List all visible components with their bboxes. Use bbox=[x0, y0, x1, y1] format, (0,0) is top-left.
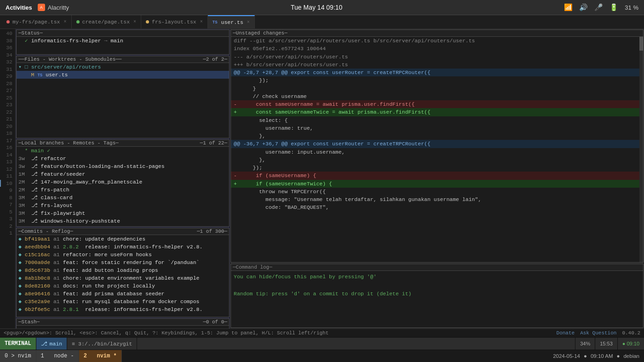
clock-segment: ● 09:10 bbox=[617, 338, 644, 350]
workspace-0[interactable]: 0 > nvim bbox=[0, 350, 36, 362]
diff-panel: ─Unstaged changes─ diff --git a/src/serv… bbox=[230, 29, 644, 263]
tab-bar: my-frs/page.tsx × create/page.tsx × frs-… bbox=[0, 15, 644, 29]
commit-5[interactable]: ◆ 8d5c673b a1 feat: add button loading p… bbox=[17, 266, 229, 274]
commit-6[interactable]: ◆ 8ab1b0c8 a1 chore: update environment … bbox=[17, 274, 229, 282]
files-panel-content: ▾ □ src/server/api/routers M TS user.ts bbox=[17, 63, 229, 138]
command-log-line-1: You can hide/focus this panel by pressin… bbox=[234, 273, 640, 281]
branch-feature-button[interactable]: 3w ⎇ feature/button-loading-and-static-p… bbox=[17, 162, 229, 170]
diff-line-12: username: true, bbox=[231, 124, 639, 132]
file-row-user-ts[interactable]: M TS user.ts bbox=[17, 71, 229, 79]
terminal-label: TERMINAL bbox=[5, 340, 31, 347]
branch-class-card[interactable]: 3M ⎇ class-card bbox=[17, 194, 229, 201]
ln-1: 1 bbox=[0, 230, 15, 237]
tab-close-3[interactable]: × bbox=[200, 19, 203, 24]
bottom-hint-text: <pgup>/<pgdown>: Scroll, <esc>: Cancel, … bbox=[4, 330, 328, 336]
workspace-1[interactable]: 1 node - bbox=[36, 350, 79, 362]
tmux-status-bar: TERMINAL ⎇ main ≡ 3:/../bin/lazygit 34% … bbox=[0, 337, 644, 350]
branches-header-label: ─Local branches - Remotes - Tags─ bbox=[18, 140, 119, 146]
ln-21: 21 bbox=[0, 115, 15, 123]
command-log-header: ─Command log─ bbox=[231, 264, 643, 271]
commits-panel-content[interactable]: ◆ bf419aa1 a1 chore: update dependencies… bbox=[17, 235, 229, 317]
battery-level: 31 % bbox=[625, 4, 638, 11]
branch-frs-layout[interactable]: 3M ⎇ frs-layout bbox=[17, 201, 229, 209]
ask-question-link[interactable]: Ask Question bbox=[580, 330, 616, 336]
diff-line-14: @@ -36,7 +36,7 @@ export const userRoute… bbox=[231, 140, 639, 148]
tab-my-frs-page[interactable]: my-frs/page.tsx × bbox=[2, 15, 72, 29]
diff-line-1: diff --git a/src/server/api/routers/user… bbox=[231, 37, 639, 45]
ln-23: 23 bbox=[0, 101, 15, 109]
diff-content[interactable]: diff --git a/src/server/api/routers/user… bbox=[231, 37, 639, 262]
branches-panel: ─Local branches - Remotes - Tags─ ─1 of … bbox=[16, 139, 230, 227]
diff-line-13: }, bbox=[231, 132, 639, 140]
status-time: 15:53 bbox=[600, 341, 613, 346]
right-panel: ─Unstaged changes─ diff --git a/src/serv… bbox=[230, 29, 644, 328]
commit-3[interactable]: ◆ c15c16ac a1 refactor: more useForm hoo… bbox=[17, 251, 229, 259]
main-layout: 40 38 36 34 32 31 29 28 27 25 23 22 21 2… bbox=[0, 29, 644, 328]
command-log-content: You can hide/focus this panel by pressin… bbox=[231, 271, 643, 300]
terminal-segment: TERMINAL bbox=[0, 338, 36, 350]
ln-18: 18 bbox=[0, 130, 15, 137]
commits-counter: ─1 of 300─ bbox=[197, 229, 227, 234]
commit-7[interactable]: ◆ 8de82160 a1 docs: run the project loca… bbox=[17, 282, 229, 290]
tab-user-ts[interactable]: TS user.ts × bbox=[208, 15, 255, 29]
diff-line-6: }); bbox=[231, 76, 639, 84]
lazygit-cmd: ≡ 3:/../bin/lazygit bbox=[72, 341, 132, 347]
ln-22: 22 bbox=[0, 109, 15, 116]
branch-refactor[interactable]: 3w ⎇ refactor bbox=[17, 155, 229, 162]
stash-header-label: ─Stash─ bbox=[18, 319, 40, 325]
percent-segment: 34% bbox=[575, 338, 595, 350]
ws1-label: 1 node - bbox=[41, 353, 74, 359]
ln-13: 13 bbox=[0, 158, 15, 166]
branch-147[interactable]: 2M ⎇ 147-moving_away_from_planetscale bbox=[17, 178, 229, 186]
tab-close-4[interactable]: × bbox=[247, 20, 250, 25]
tab-close-1[interactable]: × bbox=[64, 19, 67, 24]
ln-16: 16 bbox=[0, 144, 15, 151]
files-panel-header: ──Files - Worktrees - Submodules── ─2 of… bbox=[17, 56, 229, 63]
tab-frs-layout[interactable]: frs-layout.tsx × bbox=[141, 15, 208, 29]
commit-8[interactable]: ◆ a8e96416 a1 feat: add prisma database … bbox=[17, 290, 229, 298]
ws2-label: 2 nvim * bbox=[84, 353, 117, 359]
commits-panel: ─Commits - Reflog─ ─1 of 300─ ◆ bf419aa1… bbox=[16, 228, 230, 317]
tab-create-page[interactable]: create/page.tsx × bbox=[72, 15, 142, 29]
app-title: Alacritty bbox=[48, 4, 69, 11]
activities-label[interactable]: Activities bbox=[6, 4, 32, 11]
wifi-icon: 📶 bbox=[564, 3, 573, 11]
tab-label-3: frs-layout.tsx bbox=[152, 19, 196, 25]
branch-feature-seeder[interactable]: 1M ⎇ feature/seeder bbox=[17, 170, 229, 178]
nvim-spacer bbox=[122, 350, 548, 362]
mic-icon: 🎤 bbox=[594, 3, 603, 11]
branch-fix-playwright[interactable]: 3M ⎇ fix-playwright bbox=[17, 209, 229, 217]
commit-10[interactable]: ◆ 6b2f6e5c a1 2.8.1 release: informatics… bbox=[17, 305, 229, 313]
branches-panel-header: ─Local branches - Remotes - Tags─ ─1 of … bbox=[17, 140, 229, 147]
commit-2[interactable]: ◆ aeedbb04 a1 2.8.2 release: informatics… bbox=[17, 243, 229, 251]
status-clock: ● 09:10 bbox=[622, 341, 639, 346]
commit-1[interactable]: ◆ bf419aa1 a1 chore: update dependencies bbox=[17, 235, 229, 243]
ln-40: 40 bbox=[0, 30, 15, 37]
diff-scrollbar[interactable] bbox=[639, 37, 643, 262]
tab-dot-3 bbox=[146, 20, 149, 23]
diff-line-22: code: "BAD_REQUEST", bbox=[231, 203, 639, 211]
file-row-dir[interactable]: ▾ □ src/server/api/routers bbox=[17, 63, 229, 71]
tab-close-2[interactable]: × bbox=[133, 19, 136, 24]
commit-4[interactable]: ◆ 7000a0de a1 feat: force static renderi… bbox=[17, 259, 229, 266]
status-panel-content: ✓ informatics-frs-helper → main bbox=[17, 37, 229, 54]
nvim-right-info: 2024-05-14 ● 09:10 AM ● debian bbox=[548, 350, 644, 362]
branch-main[interactable]: * main ✓ bbox=[17, 147, 229, 155]
diff-scrollbar-thumb bbox=[639, 37, 643, 51]
diff-line-16: }, bbox=[231, 156, 639, 164]
status-header-label: ─Status─ bbox=[18, 30, 43, 36]
ln-29: 29 bbox=[0, 73, 15, 80]
ln-3: 3 bbox=[0, 215, 15, 223]
ln-20: 20 bbox=[0, 123, 15, 130]
commit-9[interactable]: ◆ c35e2a9e a1 feat: run mysql database f… bbox=[17, 298, 229, 305]
donate-link[interactable]: Donate bbox=[557, 330, 575, 336]
diff-line-4: +++ b/src/server/api/routers/user.ts bbox=[231, 61, 639, 69]
nvim-os: debian bbox=[623, 353, 639, 359]
branch-frs-patch[interactable]: 2M ⎇ frs-patch bbox=[17, 186, 229, 194]
bottom-hint-bar: <pgup>/<pgdown>: Scroll, <esc>: Cancel, … bbox=[0, 328, 644, 337]
branches-panel-content[interactable]: * main ✓ 3w ⎇ refactor 3w ⎇ feature/butt… bbox=[17, 147, 229, 226]
lazygit-label: ≡ 3:/../bin/lazygit bbox=[67, 338, 137, 350]
workspace-2-active[interactable]: 2 nvim * bbox=[79, 350, 122, 362]
system-tray: 📶 🔊 🎤 🔋 31 % bbox=[564, 3, 638, 11]
branch-windows-history[interactable]: 3M ⎇ windows-history-pushstate bbox=[17, 217, 229, 225]
